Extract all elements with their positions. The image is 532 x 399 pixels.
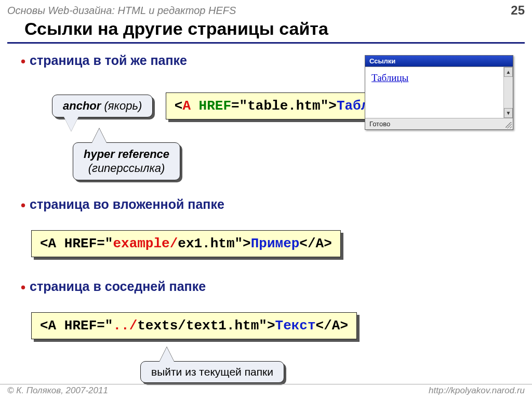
callout-exit-folder: выйти из текущей папки <box>140 361 284 383</box>
callout-pointer-icon <box>64 117 78 131</box>
callout-pointer-icon <box>159 347 174 362</box>
scroll-up-icon[interactable]: ▲ <box>504 67 513 77</box>
code-example-2: <A HREF="example/ex1.htm">Пример</A> <box>31 230 341 257</box>
page-number: 25 <box>511 3 525 18</box>
section-2-heading: •страница во вложенной папке <box>21 197 511 214</box>
callout-anchor: anchor (якорь) <box>52 95 153 117</box>
browser-viewport: Таблицы ▲ ▼ <box>365 66 513 118</box>
callout-pointer-icon <box>92 128 107 143</box>
browser-link[interactable]: Таблицы <box>371 72 408 83</box>
footer-url: http://kpolyakov.narod.ru <box>429 385 525 396</box>
page-title: Ссылки на другие страницы сайта <box>0 19 532 42</box>
section-3-heading: •страница в соседней папке <box>21 279 511 296</box>
resize-grip-icon[interactable] <box>506 122 512 128</box>
browser-titlebar: Ссылки <box>365 56 513 66</box>
browser-status-bar: Готово <box>365 118 513 129</box>
copyright: © К. Поляков, 2007-2011 <box>7 385 108 396</box>
slide-footer: © К. Поляков, 2007-2011 http://kpolyakov… <box>0 384 532 397</box>
code-example-3: <A HREF="../texts/text1.htm">Текст</A> <box>31 312 357 339</box>
slide-header: Основы Web-дизайна: HTML и редактор HEFS… <box>0 0 532 19</box>
bullet-icon: • <box>21 54 25 70</box>
bullet-icon: • <box>21 280 25 296</box>
browser-window: Ссылки Таблицы ▲ ▼ Готово <box>365 55 513 130</box>
bullet-icon: • <box>21 197 25 214</box>
scrollbar[interactable]: ▲ ▼ <box>503 67 513 118</box>
status-text: Готово <box>369 120 390 128</box>
title-rule <box>7 42 525 44</box>
breadcrumb: Основы Web-дизайна: HTML и редактор HEFS <box>7 5 236 17</box>
scroll-down-icon[interactable]: ▼ <box>504 108 513 118</box>
callout-hyper-reference: hyper reference (гиперссылка) <box>73 142 180 180</box>
